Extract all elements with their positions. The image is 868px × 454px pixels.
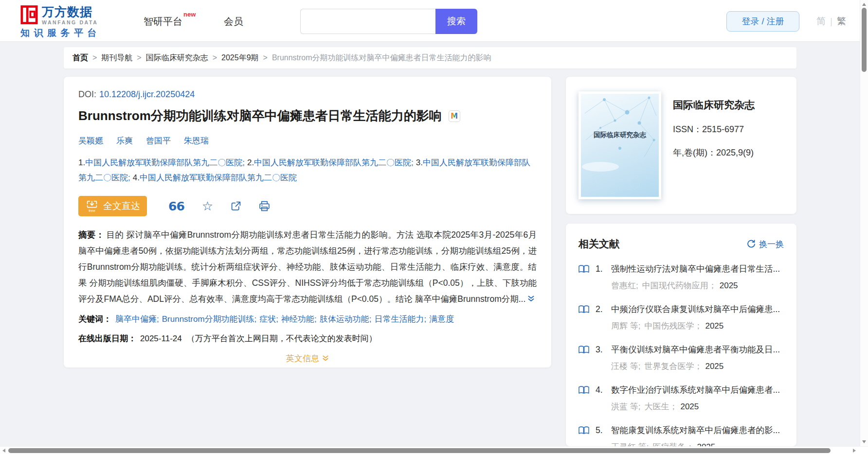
author-link[interactable]: 朱恩瑞 (184, 135, 209, 146)
related-item-authors: 洪蓝 等; (611, 402, 640, 411)
author-link[interactable]: 乐爽 (116, 135, 133, 146)
journal-info: 国际临床研究杂志 ISSN：2515-6977 年,卷(期)：2025,9(9) (673, 91, 755, 199)
browser-viewport: 万方数据 WANFANG DATA 知识服务平台 智研平台new 会员 搜索 登… (0, 0, 868, 454)
affiliation-link[interactable]: 中国人民解放军联勤保障部队第九二〇医院 (140, 173, 297, 182)
affiliation-number: 3. (416, 158, 423, 167)
issn-value: 2515-6977 (702, 124, 744, 134)
journal-name[interactable]: 国际临床研究杂志 (673, 98, 755, 112)
affiliation-number: 1. (78, 158, 85, 167)
breadcrumb: 首页 > 期刊导航 > 国际临床研究杂志 > 2025年9期 > Brunnst… (64, 47, 796, 69)
related-item[interactable]: 1. 强制性运动疗法对脑卒中偏瘫患者日常生活... 曾惠红;中国现代药物应用；2… (579, 263, 784, 291)
vertical-scrollbar-thumb[interactable] (862, 8, 867, 72)
related-item-number: 4. (596, 385, 611, 395)
lang-traditional[interactable]: 繁 (837, 15, 846, 28)
related-item-number: 1. (596, 264, 611, 274)
search-input[interactable] (300, 9, 435, 34)
affiliation-separator: ; (242, 158, 245, 167)
refresh-label: 换一换 (759, 239, 784, 250)
scroll-left-arrow[interactable] (2, 449, 5, 453)
article-title-text: Brunnstrom分期功能训练对脑卒中偏瘫患者日常生活能力的影响 (78, 107, 442, 124)
breadcrumb-separator: > (263, 53, 268, 62)
share-icon[interactable] (231, 201, 241, 211)
keyword-link[interactable]: 脑卒中偏瘫 (115, 314, 157, 324)
book-icon (579, 386, 589, 394)
keyword-link[interactable]: 日常生活能力 (375, 314, 424, 324)
related-item-meta: 曾惠红;中国现代药物应用；2025 (611, 280, 784, 291)
svg-text:free: free (89, 209, 95, 213)
download-free-icon: free (85, 199, 99, 213)
print-icon[interactable] (259, 201, 270, 211)
book-icon (579, 426, 589, 435)
related-item[interactable]: 4. 数字作业治疗训练系统对脑卒中后偏瘫患者... 洪蓝 等;大医生；2025 (579, 384, 784, 412)
related-item-title[interactable]: 中频治疗仪联合康复训练对脑卒中后偏瘫患... (611, 303, 784, 315)
online-publish-date: 在线出版日期：2025-11-24（万方平台首次上网日期，不代表论文的发表时间） (78, 333, 537, 344)
related-item-year: 2025 (697, 442, 715, 446)
expand-abstract-icon[interactable] (527, 292, 535, 308)
brand-name-cn: 万方数据 (42, 5, 98, 18)
lang-simplified[interactable]: 简 (816, 15, 826, 28)
related-item[interactable]: 5. 智能康复训练系统对脑卒中后偏瘫患者的影... 王灵红 等;医疗装备；202… (579, 424, 784, 446)
new-badge: new (183, 11, 196, 18)
journal-cover[interactable]: 国际临床研究杂志 (579, 91, 661, 199)
affiliation-link[interactable]: 中国人民解放军联勤保障部队第九二〇医院 (254, 158, 411, 167)
nav-membership[interactable]: 会员 (224, 15, 243, 28)
keyword-link[interactable]: 肢体运动功能 (320, 314, 369, 324)
related-item[interactable]: 2. 中频治疗仪联合康复训练对脑卒中后偏瘫患... 周辉 等;中国伤残医学；20… (579, 303, 784, 332)
english-info-toggle[interactable]: 英文信息 (78, 353, 537, 364)
search-button[interactable]: 搜索 (435, 9, 477, 34)
lang-separator: | (830, 16, 832, 27)
fulltext-label: 全文直达 (103, 200, 140, 212)
book-icon (579, 346, 589, 354)
keyword-link[interactable]: 神经功能 (281, 314, 314, 324)
related-item-authors: 周辉 等; (611, 321, 640, 331)
breadcrumb-issue[interactable]: 2025年9期 (221, 53, 259, 63)
breadcrumb-current: Brunnstrom分期功能训练对脑卒中偏瘫患者日常生活能力的影响 (272, 53, 491, 63)
medline-badge[interactable]: M (449, 110, 460, 122)
breadcrumb-separator: > (137, 53, 141, 62)
keyword-separator: ; (314, 314, 317, 324)
favorite-icon[interactable]: ☆ (202, 200, 213, 212)
article-card: DOI:10.12208/j.ijcr.20250424 Brunnstrom分… (64, 77, 551, 367)
doi-link[interactable]: 10.12208/j.ijcr.20250424 (99, 89, 195, 99)
scroll-right-arrow[interactable] (853, 449, 856, 453)
keyword-separator: ; (157, 314, 159, 324)
vertical-scrollbar[interactable] (860, 0, 868, 446)
related-item-meta: 汪楼 等;世界复合医学；2025 (611, 361, 784, 372)
english-info-label: 英文信息 (286, 353, 319, 364)
cite-icon[interactable]: 66 (168, 199, 184, 213)
keyword-link[interactable]: 满意度 (429, 314, 454, 324)
fulltext-button[interactable]: free 全文直达 (78, 196, 147, 216)
horizontal-scrollbar[interactable] (0, 446, 868, 454)
scroll-down-arrow[interactable] (862, 440, 866, 443)
related-item-journal: 中国现代药物应用； (642, 281, 717, 290)
abstract-text: 目的 探讨脑卒中偏瘫Brunnstrom分期功能训练对患者日常生活能力的影响。方… (78, 230, 537, 304)
refresh-related-button[interactable]: 换一换 (747, 239, 784, 250)
breadcrumb-journal[interactable]: 国际临床研究杂志 (146, 53, 208, 63)
abstract: 摘要：目的 探讨脑卒中偏瘫Brunnstrom分期功能训练对患者日常生活能力的影… (78, 227, 537, 308)
login-register-button[interactable]: 登录 / 注册 (726, 11, 799, 32)
author-link[interactable]: 吴颖嬺 (78, 135, 103, 146)
breadcrumb-home[interactable]: 首页 (72, 53, 88, 63)
keyword-link[interactable]: 症状 (259, 314, 276, 324)
related-item-year: 2025 (705, 321, 723, 331)
horizontal-scrollbar-thumb[interactable] (8, 448, 831, 453)
affiliation-link[interactable]: 中国人民解放军联勤保障部队第九二〇医院 (85, 158, 242, 167)
issn-label: ISSN： (673, 124, 702, 134)
breadcrumb-separator: > (213, 53, 217, 62)
scroll-up-arrow[interactable] (862, 3, 866, 6)
related-item-title[interactable]: 平衡仪训练对脑卒中偏瘫患者平衡功能及日... (611, 344, 784, 355)
related-item[interactable]: 3. 平衡仪训练对脑卒中偏瘫患者平衡功能及日... 汪楼 等;世界复合医学；20… (579, 344, 784, 372)
nav-zhiyan-platform[interactable]: 智研平台new (144, 15, 196, 28)
related-item-title[interactable]: 智能康复训练系统对脑卒中后偏瘫患者的影... (611, 424, 784, 436)
related-item-authors: 曾惠红; (611, 281, 638, 290)
author-link[interactable]: 曾国平 (146, 135, 171, 146)
abstract-label: 摘要： (78, 230, 105, 240)
related-item-title[interactable]: 强制性运动疗法对脑卒中偏瘫患者日常生活... (611, 263, 784, 275)
nav-membership-label: 会员 (224, 16, 243, 27)
related-item-title[interactable]: 数字作业治疗训练系统对脑卒中后偏瘫患者... (611, 384, 784, 396)
keyword-list: 关键词：脑卒中偏瘫;Brunnstrom分期功能训练;症状;神经功能;肢体运动功… (78, 312, 537, 327)
keyword-link[interactable]: Brunnstrom分期功能训练 (162, 314, 254, 324)
related-item-meta: 洪蓝 等;大医生；2025 (611, 401, 784, 412)
breadcrumb-journal-nav[interactable]: 期刊导航 (101, 53, 132, 63)
brand-logo[interactable]: 万方数据 WANFANG DATA 知识服务平台 (20, 5, 101, 39)
